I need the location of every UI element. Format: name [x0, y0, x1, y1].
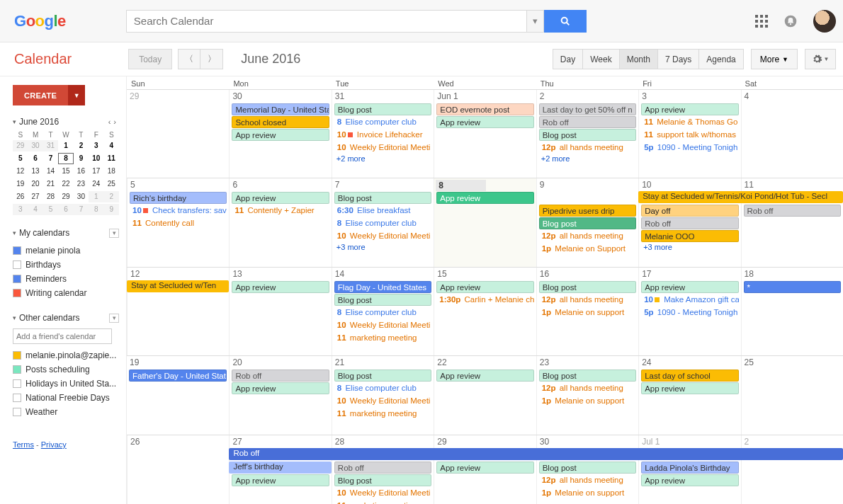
- event[interactable]: 8 Elise computer club: [334, 116, 431, 128]
- event[interactable]: 11 Melanie & Thomas Go: [641, 116, 738, 128]
- calendar-grid[interactable]: 2930Memorial Day - United StaSchool clos…: [127, 89, 843, 504]
- event[interactable]: Blog post: [539, 129, 636, 141]
- event[interactable]: Rob off: [232, 370, 329, 382]
- event[interactable]: Melanie OOO: [641, 230, 738, 242]
- more-button[interactable]: More▼: [751, 49, 798, 69]
- mini-day[interactable]: 18: [104, 166, 119, 177]
- day-cell[interactable]: 25: [741, 356, 843, 435]
- mini-day[interactable]: 22: [58, 178, 73, 190]
- event[interactable]: 8 Elise computer club: [334, 217, 431, 229]
- notifications-icon[interactable]: [783, 14, 798, 28]
- day-cell[interactable]: 5Rich's birthday10 Check transfers: sav1…: [127, 178, 229, 266]
- event[interactable]: App review: [641, 103, 738, 115]
- event[interactable]: 12p all hands meeting: [539, 382, 636, 394]
- day-cell[interactable]: 9Pipedrive users dripBlog post12p all ha…: [536, 178, 638, 266]
- event[interactable]: 1p Melanie on support: [539, 487, 636, 499]
- day-cell[interactable]: 29App review: [434, 435, 536, 504]
- event[interactable]: Blog post: [334, 192, 431, 204]
- mini-day[interactable]: 25: [104, 178, 119, 190]
- day-cell[interactable]: 14Flag Day - United StatesBlog post8 Eli…: [332, 268, 434, 355]
- event[interactable]: Rob off: [744, 205, 841, 217]
- apps-icon[interactable]: [755, 15, 768, 28]
- event[interactable]: 10 Weekly Editorial Meeti: [334, 395, 431, 407]
- prev-period-button[interactable]: 〈: [178, 49, 200, 69]
- mini-day[interactable]: 5: [43, 204, 58, 215]
- event[interactable]: 10 Weekly Editorial Meeti: [334, 230, 431, 242]
- mini-day[interactable]: 5: [13, 153, 28, 164]
- more-events[interactable]: +2 more: [538, 154, 637, 163]
- event[interactable]: 10 Check transfers: sav: [130, 205, 227, 217]
- google-logo[interactable]: Google: [14, 12, 66, 30]
- mini-day[interactable]: 19: [13, 178, 28, 190]
- mini-day[interactable]: 21: [43, 178, 58, 190]
- event[interactable]: App review: [436, 370, 533, 382]
- calendar-swatch[interactable]: [13, 408, 21, 416]
- day-cell[interactable]: 20Rob offApp review: [229, 356, 331, 435]
- mini-day[interactable]: 6: [28, 153, 43, 164]
- day-cell[interactable]: 26: [127, 435, 229, 504]
- calendar-item[interactable]: Holidays in United Sta...: [13, 377, 119, 391]
- mini-day[interactable]: 2: [104, 191, 119, 202]
- mini-day[interactable]: 1: [89, 191, 103, 202]
- event[interactable]: App review: [641, 281, 738, 293]
- event[interactable]: 11 marketing meeting: [334, 408, 431, 420]
- more-events[interactable]: +2 more: [334, 154, 432, 163]
- calendar-swatch[interactable]: [13, 246, 21, 255]
- calendar-swatch[interactable]: [13, 379, 21, 388]
- event[interactable]: App review: [436, 281, 533, 293]
- mini-day[interactable]: 26: [13, 191, 28, 202]
- avatar[interactable]: [813, 10, 836, 33]
- calendar-swatch[interactable]: [13, 260, 21, 269]
- calendar-item[interactable]: Weather: [13, 405, 119, 419]
- more-events[interactable]: +3 more: [334, 243, 432, 251]
- view-agenda[interactable]: Agenda: [699, 49, 743, 69]
- view-month[interactable]: Month: [620, 49, 658, 69]
- event[interactable]: App review: [232, 281, 329, 293]
- mini-day[interactable]: 9: [74, 153, 89, 164]
- mini-calendar[interactable]: 2930311234567891011121314151617181920212…: [13, 140, 119, 215]
- mini-day[interactable]: 23: [74, 178, 89, 190]
- mini-day[interactable]: 3: [13, 204, 28, 215]
- event[interactable]: App review: [232, 192, 329, 204]
- day-cell[interactable]: 28Rob offBlog post10 Weekly Editorial Me…: [332, 435, 434, 504]
- event[interactable]: Ladda Pinola's Birthday: [641, 462, 738, 474]
- event[interactable]: App review: [641, 474, 738, 486]
- event[interactable]: 11 marketing meeting: [334, 500, 431, 504]
- event[interactable]: Blog post: [539, 370, 636, 382]
- othercal-menu[interactable]: ▾: [109, 314, 119, 323]
- day-cell[interactable]: 21Blog post8 Elise computer club10 Weekl…: [332, 356, 434, 435]
- day-cell[interactable]: 17App review10 Make Amazon gift ca5p 109…: [638, 268, 740, 355]
- event[interactable]: 6:30 Elise breakfast: [334, 205, 431, 217]
- calendar-item[interactable]: Birthdays: [13, 258, 119, 272]
- add-friend-input[interactable]: [13, 328, 112, 344]
- day-cell[interactable]: 22App review: [434, 356, 536, 435]
- event[interactable]: 8 Elise computer club: [334, 382, 431, 394]
- day-cell[interactable]: 16Blog post12p all hands meeting1p Melan…: [536, 268, 638, 355]
- event[interactable]: 12p all hands meeting: [539, 142, 636, 154]
- mini-day[interactable]: 11: [104, 153, 119, 164]
- day-cell[interactable]: 18*: [741, 268, 843, 355]
- event[interactable]: 10 Weekly Editorial Meeti: [334, 319, 431, 331]
- event[interactable]: 11 Contently call: [130, 217, 227, 229]
- mini-day[interactable]: 6: [58, 204, 73, 215]
- calendar-swatch[interactable]: [13, 394, 21, 402]
- calendar-swatch[interactable]: [13, 275, 21, 283]
- mini-day[interactable]: 14: [43, 166, 58, 177]
- create-dropdown[interactable]: ▼: [68, 85, 85, 105]
- event-span[interactable]: Jeff's birthday: [229, 462, 331, 474]
- day-cell[interactable]: 4: [741, 90, 843, 178]
- mini-day[interactable]: 13: [28, 166, 43, 177]
- calendar-item[interactable]: melanie.pinola@zapie...: [13, 348, 119, 362]
- mini-day[interactable]: 7: [74, 204, 89, 215]
- mini-day[interactable]: 4: [104, 140, 119, 151]
- event[interactable]: 12p all hands meeting: [539, 294, 636, 306]
- day-cell[interactable]: 13App review: [229, 268, 331, 355]
- day-cell[interactable]: Jul 1Ladda Pinola's BirthdayApp review: [638, 435, 740, 504]
- event[interactable]: App review: [232, 474, 329, 486]
- view-week[interactable]: Week: [583, 49, 619, 69]
- event[interactable]: App review: [641, 382, 738, 394]
- mini-day[interactable]: 30: [74, 191, 89, 202]
- event[interactable]: 1:30p Carlin + Melanie ch: [436, 294, 533, 306]
- event[interactable]: 1p Melanie on support: [539, 307, 636, 319]
- mycal-collapse-icon[interactable]: ▾: [13, 229, 16, 236]
